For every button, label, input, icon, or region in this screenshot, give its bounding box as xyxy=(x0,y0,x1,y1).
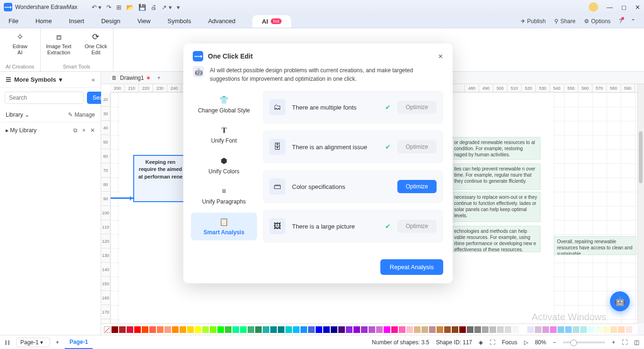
optimize-button[interactable]: Optimize xyxy=(397,140,437,153)
color-swatch[interactable] xyxy=(353,326,360,333)
color-swatch[interactable] xyxy=(429,326,436,333)
no-fill-swatch[interactable] xyxy=(104,326,111,333)
shape-main[interactable]: Keeping ren require the aimed at perform… xyxy=(133,155,188,202)
color-swatch[interactable] xyxy=(361,326,368,333)
color-swatch[interactable] xyxy=(497,326,504,333)
optimize-button[interactable]: Optimize xyxy=(397,101,437,114)
color-swatch[interactable] xyxy=(474,326,481,333)
export-icon[interactable]: ↗ ▾ xyxy=(162,4,172,11)
page-selector[interactable]: Page-1 ▾ xyxy=(16,338,50,347)
color-swatch[interactable] xyxy=(127,326,133,333)
manage-button[interactable]: ✎ Manage xyxy=(68,111,95,118)
open-icon[interactable]: 📂 xyxy=(126,4,134,11)
color-swatch[interactable] xyxy=(331,326,337,333)
color-swatch[interactable] xyxy=(573,326,579,333)
image-text-extraction-button[interactable]: ⧈Image Text Extraction xyxy=(46,32,72,56)
zoom-in-button[interactable]: + xyxy=(612,339,615,346)
qat-more-icon[interactable]: ▾ xyxy=(177,4,180,11)
color-swatch[interactable] xyxy=(550,326,557,333)
color-swatch[interactable] xyxy=(293,326,300,333)
color-swatch[interactable] xyxy=(489,326,496,333)
color-swatch[interactable] xyxy=(459,326,466,333)
redo-icon[interactable]: ↷ xyxy=(106,4,112,11)
ai-assistant-fab[interactable]: 🤖 xyxy=(610,291,630,311)
color-swatch[interactable] xyxy=(338,326,345,333)
color-swatch[interactable] xyxy=(172,326,179,333)
tab-drawing1[interactable]: 🗎 Drawing1 xyxy=(106,72,155,84)
connector[interactable] xyxy=(111,197,134,199)
layout-toggle-icon[interactable]: ⫿⫿ xyxy=(5,339,10,346)
option-global-style[interactable]: 👕Change Global Style xyxy=(191,91,257,119)
scrollbar-vertical[interactable] xyxy=(637,84,644,323)
add-page-button[interactable]: + xyxy=(56,339,59,346)
color-swatch[interactable] xyxy=(520,326,526,333)
library-dropdown[interactable]: Library ⌄ xyxy=(6,111,29,118)
color-swatch[interactable] xyxy=(558,326,564,333)
optimize-button[interactable]: Optimize xyxy=(397,220,437,233)
one-click-edit-button[interactable]: ⟳One Click Edit xyxy=(85,32,107,56)
color-swatch[interactable] xyxy=(512,326,519,333)
option-unify-font[interactable]: 𝐓Unify Font xyxy=(191,121,257,149)
color-swatch[interactable] xyxy=(565,326,572,333)
color-swatch[interactable] xyxy=(164,326,171,333)
color-swatch[interactable] xyxy=(180,326,186,333)
shape-note[interactable]: or degraded renewable resources to al co… xyxy=(451,137,541,160)
zoom-slider[interactable] xyxy=(563,341,605,343)
color-swatch[interactable] xyxy=(437,326,443,333)
color-swatch[interactable] xyxy=(421,326,428,333)
focus-frame-icon[interactable]: ⛶ xyxy=(489,339,495,346)
color-swatch[interactable] xyxy=(588,326,594,333)
color-swatch[interactable] xyxy=(505,326,511,333)
color-swatch[interactable] xyxy=(610,326,617,333)
color-swatch[interactable] xyxy=(399,326,405,333)
new-icon[interactable]: ⊞ xyxy=(116,4,121,11)
my-library-expand[interactable]: ▸ My Library xyxy=(6,127,36,134)
lib-add-icon[interactable]: + xyxy=(82,127,86,134)
layers-icon[interactable]: ◈ xyxy=(479,339,483,346)
color-swatch[interactable] xyxy=(240,326,247,333)
color-swatch[interactable] xyxy=(527,326,534,333)
color-swatch[interactable] xyxy=(278,326,284,333)
focus-button[interactable]: Focus xyxy=(502,339,517,346)
color-swatch[interactable] xyxy=(580,326,587,333)
color-swatch[interactable] xyxy=(482,326,489,333)
color-swatch[interactable] xyxy=(414,326,421,333)
menu-ai[interactable]: AIhot xyxy=(252,15,291,27)
user-avatar[interactable] xyxy=(589,2,598,12)
color-swatch[interactable] xyxy=(301,326,307,333)
maximize-button[interactable]: ◻ xyxy=(621,4,627,11)
color-swatch[interactable] xyxy=(542,326,549,333)
search-input[interactable] xyxy=(5,92,84,104)
color-swatch[interactable] xyxy=(406,326,413,333)
color-swatch[interactable] xyxy=(157,326,163,333)
menu-home[interactable]: Home xyxy=(35,17,52,25)
add-tab-button[interactable]: + xyxy=(157,75,161,81)
dialog-close-button[interactable]: ✕ xyxy=(438,53,443,60)
lib-close-icon[interactable]: ✕ xyxy=(90,127,95,134)
color-swatch[interactable] xyxy=(119,326,126,333)
lib-settings-icon[interactable]: ⧉ xyxy=(73,127,77,134)
page-tab[interactable]: Page-1 xyxy=(65,336,93,349)
option-smart-analysis[interactable]: 📋Smart Analysis xyxy=(191,213,257,240)
publish-button[interactable]: ✈ Publish xyxy=(521,18,546,25)
color-swatch[interactable] xyxy=(142,326,148,333)
menu-advanced[interactable]: Advanced xyxy=(208,17,235,25)
color-swatch[interactable] xyxy=(270,326,277,333)
color-swatch[interactable] xyxy=(626,326,632,333)
options-button[interactable]: ⚙ Options xyxy=(584,18,610,25)
color-swatch[interactable] xyxy=(369,326,375,333)
shape-note[interactable]: Overall, repairing renewable resources h… xyxy=(554,236,636,255)
color-swatch[interactable] xyxy=(217,326,224,333)
color-swatch[interactable] xyxy=(112,326,118,333)
color-swatch[interactable] xyxy=(384,326,390,333)
color-swatch[interactable] xyxy=(255,326,262,333)
color-swatch[interactable] xyxy=(308,326,315,333)
color-swatch[interactable] xyxy=(248,326,254,333)
color-swatch[interactable] xyxy=(263,326,269,333)
color-swatch[interactable] xyxy=(391,326,398,333)
option-unify-paragraphs[interactable]: ≡Unify Paragraphs xyxy=(191,182,257,210)
close-button[interactable]: ✕ xyxy=(635,4,640,11)
fit-page-icon[interactable]: ⛶ xyxy=(622,339,627,346)
save-icon[interactable]: 💾 xyxy=(138,4,146,11)
color-swatch[interactable] xyxy=(444,326,451,333)
